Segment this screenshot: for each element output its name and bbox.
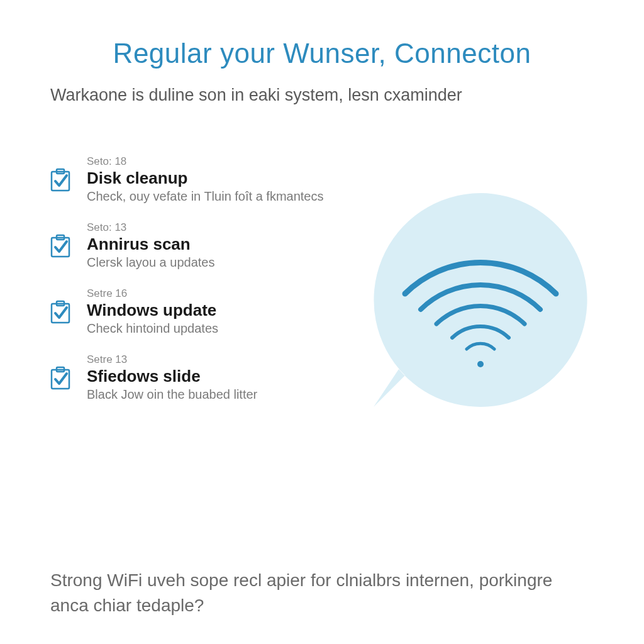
task-item-sfiedows-slide[interactable]: Setre 13 Sfiedows slide Black Jow oin th…: [48, 353, 342, 402]
task-desc: Clersk layou a updates: [87, 255, 342, 270]
task-item-disk-cleanup[interactable]: Seto: 18 Disk cleanup Check, ouy vefate …: [48, 155, 342, 204]
task-meta: Seto: 18: [87, 155, 342, 168]
task-desc: Black Jow oin the buabed litter: [87, 387, 342, 402]
task-item-windows-update[interactable]: Setre 16 Windows update Check hintoind u…: [48, 287, 342, 336]
clipboard-check-icon: [48, 233, 74, 259]
task-title: Sfiedows slide: [87, 367, 342, 386]
page-subtitle: Warkaone is duline son in eaki system, l…: [44, 86, 600, 105]
task-meta: Setre 13: [87, 353, 342, 366]
task-desc: Check, ouy vefate in Tluin foît a fkmant…: [87, 189, 342, 204]
wifi-graphic: [361, 155, 600, 536]
task-title: Annirus scan: [87, 235, 342, 254]
wifi-speech-bubble: [361, 180, 600, 419]
svg-point-8: [477, 361, 484, 367]
page-title: Regular your Wunser, Connecton: [44, 38, 600, 69]
task-meta: Setre 16: [87, 287, 342, 300]
clipboard-check-icon: [48, 365, 74, 391]
task-list: Seto: 18 Disk cleanup Check, ouy vefate …: [44, 155, 342, 536]
task-desc: Check hintoind updates: [87, 321, 342, 336]
clipboard-check-icon: [48, 299, 74, 325]
task-item-annirus-scan[interactable]: Seto: 13 Annirus scan Clersk layou a upd…: [48, 221, 342, 270]
task-title: Windows update: [87, 301, 342, 320]
footer-text: Strong WiFi uveh sope recl apier for cln…: [44, 568, 600, 619]
clipboard-check-icon: [48, 167, 74, 193]
task-title: Disk cleanup: [87, 169, 342, 188]
task-meta: Seto: 13: [87, 221, 342, 234]
